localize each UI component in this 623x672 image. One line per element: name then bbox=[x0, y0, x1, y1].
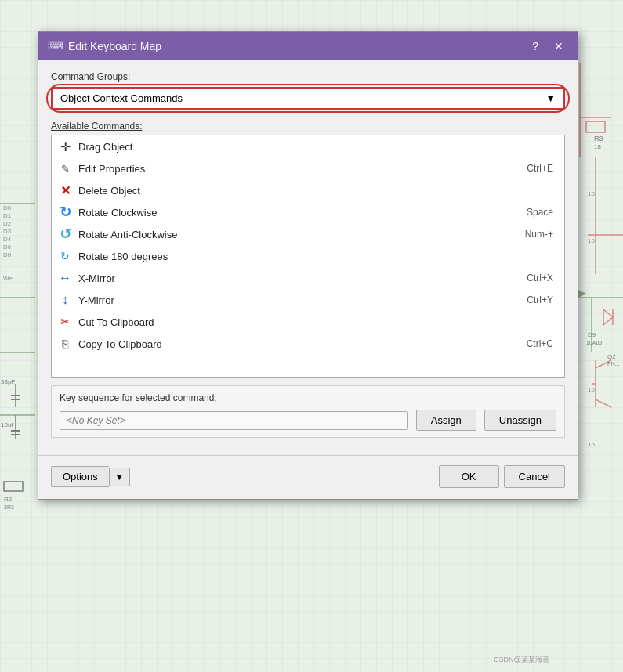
ok-button[interactable]: OK bbox=[439, 465, 499, 488]
svg-text:D1: D1 bbox=[3, 212, 12, 219]
commands-list[interactable]: ✛ Drag Object ✎ Edit Properties Ctrl+E ✕… bbox=[51, 135, 565, 378]
command-item[interactable]: ↻ Rotate 180 degrees bbox=[52, 245, 564, 267]
dialog-title: Edit Keyboard Map bbox=[68, 40, 161, 52]
svg-text:Q2: Q2 bbox=[607, 353, 616, 360]
command-groups-container: Object Context Commands ▼ bbox=[51, 87, 565, 110]
command-icon: ✂ bbox=[56, 313, 74, 331]
command-item[interactable]: ↻ Rotate Clockwise Space bbox=[52, 201, 564, 223]
svg-text:16: 16 bbox=[588, 190, 595, 197]
command-shortcut: Space bbox=[527, 207, 553, 218]
command-shortcut: Ctrl+C bbox=[527, 338, 553, 349]
command-name: Rotate Clockwise bbox=[78, 207, 527, 219]
svg-text:D0: D0 bbox=[3, 204, 12, 211]
command-item[interactable]: ↺ Rotate Anti-Clockwise Num-+ bbox=[52, 223, 564, 245]
command-shortcut: Num-+ bbox=[525, 229, 553, 240]
svg-text:R2: R2 bbox=[4, 496, 13, 503]
command-item[interactable]: ✕ Delete Object bbox=[52, 179, 564, 201]
svg-text:D2: D2 bbox=[3, 220, 12, 227]
command-shortcut: Ctrl+E bbox=[527, 163, 553, 174]
command-item[interactable]: ⎘ Copy To Clipboard Ctrl+C bbox=[52, 333, 564, 355]
svg-text:16: 16 bbox=[588, 441, 595, 448]
command-name: Delete Object bbox=[78, 185, 553, 197]
dialog-body: Command Groups: Object Context Commands … bbox=[38, 60, 578, 449]
cancel-button[interactable]: Cancel bbox=[504, 465, 565, 488]
command-name: Rotate Anti-Clockwise bbox=[78, 229, 525, 240]
titlebar-controls: ? ✕ bbox=[527, 38, 568, 54]
assign-button[interactable]: Assign bbox=[416, 410, 476, 431]
command-icon: ✕ bbox=[56, 182, 74, 199]
command-item[interactable]: ↕ Y-Mirror Ctrl+Y bbox=[52, 289, 564, 311]
svg-text:3R3: 3R3 bbox=[4, 504, 14, 510]
close-button[interactable]: ✕ bbox=[549, 38, 568, 54]
key-sequence-input[interactable] bbox=[60, 411, 408, 430]
command-name: Rotate 180 degrees bbox=[78, 251, 553, 262]
options-arrow-button[interactable]: ▼ bbox=[109, 468, 130, 486]
command-name: Edit Properties bbox=[78, 163, 527, 175]
svg-text:D3: D3 bbox=[3, 228, 12, 235]
svg-text:33pF: 33pF bbox=[1, 378, 15, 385]
command-name: X-Mirror bbox=[78, 273, 527, 284]
command-icon: ↔ bbox=[56, 269, 74, 287]
key-sequence-section: Key sequence for selected command: Assig… bbox=[51, 385, 565, 438]
svg-text:16: 16 bbox=[588, 237, 595, 244]
svg-text:PN...: PN... bbox=[607, 361, 620, 367]
command-icon: ✛ bbox=[56, 138, 74, 155]
unassign-button[interactable]: Unassign bbox=[484, 410, 556, 431]
command-name: Drag Object bbox=[78, 141, 553, 153]
svg-text:D6: D6 bbox=[3, 244, 12, 251]
command-icon: ✎ bbox=[56, 160, 74, 177]
command-groups-dropdown[interactable]: Object Context Commands ▼ bbox=[51, 87, 565, 110]
help-button[interactable]: ? bbox=[527, 38, 543, 54]
command-groups-label: Command Groups: bbox=[51, 71, 565, 82]
keyboard-map-icon: ⌨ bbox=[48, 39, 62, 53]
edit-keyboard-map-dialog: ⌨ Edit Keyboard Map ? ✕ Command Groups: … bbox=[38, 31, 578, 500]
command-item[interactable]: ✎ Edit Properties Ctrl+E bbox=[52, 157, 564, 179]
svg-text:D4: D4 bbox=[3, 236, 12, 243]
command-groups-value: Object Context Commands bbox=[60, 92, 183, 104]
options-group: Options ▼ bbox=[51, 466, 130, 487]
command-shortcut: Ctrl+Y bbox=[527, 294, 553, 305]
command-item[interactable]: ✂ Cut To Clipboard bbox=[52, 311, 564, 333]
command-item[interactable]: ✛ Drag Object bbox=[52, 135, 564, 157]
command-icon: ↕ bbox=[56, 291, 74, 309]
command-icon: ⎘ bbox=[56, 335, 74, 352]
titlebar-left: ⌨ Edit Keyboard Map bbox=[48, 39, 161, 53]
svg-text:10A03: 10A03 bbox=[586, 340, 602, 345]
command-icon: ↻ bbox=[56, 247, 74, 265]
svg-text:Wei: Wei bbox=[3, 275, 14, 282]
command-item[interactable]: ↔ X-Mirror Ctrl+X bbox=[52, 267, 564, 289]
dialog-footer: Options ▼ OK Cancel bbox=[38, 455, 578, 499]
command-name: Y-Mirror bbox=[78, 294, 527, 306]
dialog-titlebar: ⌨ Edit Keyboard Map ? ✕ bbox=[38, 32, 578, 60]
command-icon: ↺ bbox=[56, 226, 74, 243]
command-name: Cut To Clipboard bbox=[78, 316, 553, 328]
svg-text:18: 18 bbox=[594, 143, 601, 150]
command-name: Copy To Clipboard bbox=[78, 338, 527, 350]
svg-text:16: 16 bbox=[588, 386, 595, 393]
svg-text:10uf: 10uf bbox=[1, 421, 13, 428]
footer-right: OK Cancel bbox=[439, 465, 565, 488]
command-shortcut: Ctrl+X bbox=[527, 273, 553, 284]
key-sequence-label: Key sequence for selected command: bbox=[60, 392, 556, 403]
options-button[interactable]: Options bbox=[51, 466, 109, 487]
svg-text:R3: R3 bbox=[594, 135, 603, 143]
key-sequence-row: Assign Unassign bbox=[60, 410, 556, 431]
command-icon: ↻ bbox=[56, 204, 74, 221]
available-commands-label: Available Commands: bbox=[51, 121, 565, 132]
svg-text:CSDN@某某海葵: CSDN@某某海葵 bbox=[494, 656, 549, 663]
svg-text:D9: D9 bbox=[588, 331, 596, 338]
chevron-down-icon: ▼ bbox=[545, 92, 556, 104]
svg-text:D8: D8 bbox=[3, 251, 12, 258]
